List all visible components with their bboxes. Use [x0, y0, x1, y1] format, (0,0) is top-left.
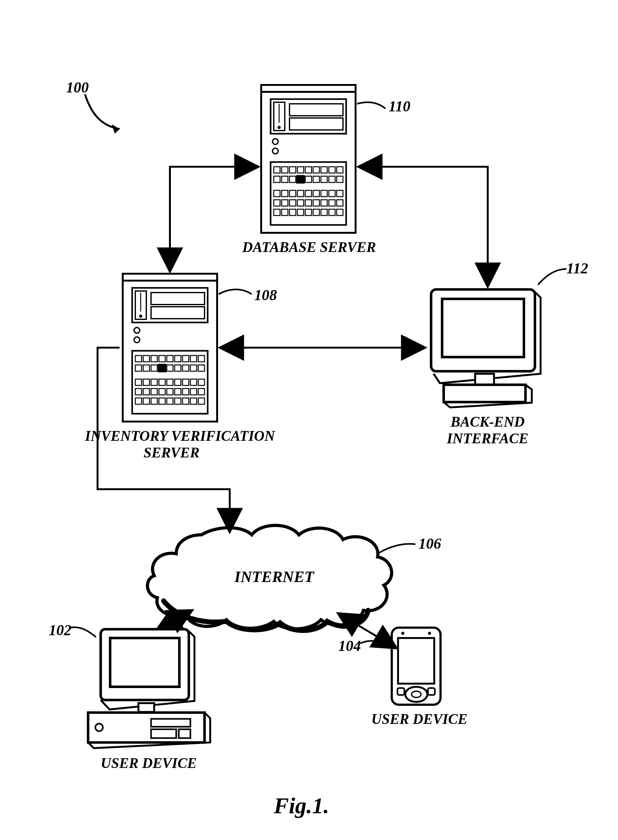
- svg-rect-57: [123, 274, 217, 280]
- label-user-device-pda: USER DEVICE: [371, 711, 468, 728]
- svg-rect-43: [313, 200, 319, 206]
- svg-rect-74: [190, 356, 197, 362]
- svg-rect-51: [305, 209, 312, 215]
- svg-rect-85: [135, 379, 142, 385]
- svg-rect-111: [198, 398, 205, 404]
- svg-rect-82: [190, 365, 197, 371]
- svg-rect-129: [428, 688, 435, 695]
- svg-rect-98: [167, 389, 173, 395]
- svg-rect-1: [261, 85, 355, 92]
- svg-rect-36: [329, 190, 335, 197]
- svg-rect-115: [444, 385, 526, 402]
- svg-rect-62: [151, 292, 205, 304]
- svg-rect-114: [475, 374, 494, 385]
- svg-rect-32: [297, 190, 304, 197]
- ref-102: 102: [49, 621, 71, 639]
- svg-rect-75: [198, 356, 205, 362]
- svg-rect-83: [198, 365, 205, 371]
- svg-rect-99: [175, 389, 181, 395]
- label-user-device-pc: USER DEVICE: [101, 755, 197, 772]
- svg-rect-12: [282, 167, 288, 173]
- svg-rect-110: [190, 398, 197, 404]
- svg-rect-78: [151, 365, 157, 371]
- svg-point-126: [401, 632, 404, 635]
- svg-rect-18: [329, 167, 335, 173]
- svg-rect-13: [290, 167, 296, 173]
- svg-rect-50: [297, 209, 304, 215]
- user-device-pda-icon: [392, 628, 441, 705]
- svg-rect-88: [159, 379, 165, 385]
- svg-rect-68: [143, 356, 150, 362]
- svg-rect-67: [135, 356, 142, 362]
- svg-rect-95: [143, 389, 150, 395]
- svg-rect-120: [151, 719, 190, 727]
- svg-point-131: [412, 691, 421, 698]
- svg-rect-104: [143, 398, 150, 404]
- svg-rect-93: [198, 379, 205, 385]
- svg-rect-39: [282, 200, 288, 206]
- ref-112: 112: [566, 260, 588, 277]
- svg-rect-45: [329, 200, 335, 206]
- label-inventory-server: INVENTORY VERIFICATION SERVER: [85, 428, 258, 461]
- svg-rect-44: [321, 200, 327, 206]
- ref-106: 106: [419, 535, 441, 552]
- svg-rect-125: [398, 638, 434, 684]
- svg-rect-84: [158, 364, 166, 372]
- ref-curve-102: [71, 627, 96, 637]
- svg-rect-79: [167, 365, 173, 371]
- svg-rect-34: [313, 190, 319, 197]
- svg-rect-48: [282, 209, 288, 215]
- svg-rect-33: [305, 190, 312, 197]
- svg-rect-25: [321, 176, 327, 183]
- svg-rect-7: [290, 118, 343, 130]
- ref-100: 100: [66, 79, 89, 96]
- svg-rect-40: [290, 200, 296, 206]
- svg-rect-92: [190, 379, 197, 385]
- svg-rect-102: [198, 389, 205, 395]
- svg-rect-11: [274, 167, 280, 173]
- svg-rect-23: [305, 176, 312, 183]
- svg-rect-52: [313, 209, 319, 215]
- svg-rect-72: [175, 356, 181, 362]
- svg-rect-91: [183, 379, 189, 385]
- svg-rect-96: [151, 389, 157, 395]
- svg-rect-128: [397, 688, 404, 695]
- svg-rect-29: [274, 190, 280, 197]
- svg-rect-97: [159, 389, 165, 395]
- ref-curve-104: [360, 641, 387, 645]
- ref-curve-112: [538, 269, 566, 285]
- figure-caption: Fig.1.: [274, 793, 329, 819]
- svg-rect-26: [329, 176, 335, 183]
- database-server-icon: [261, 85, 355, 233]
- svg-rect-46: [337, 200, 343, 206]
- svg-rect-101: [190, 389, 197, 395]
- svg-rect-42: [305, 200, 312, 206]
- user-device-pc-icon: [88, 629, 210, 748]
- ref-curve-110: [357, 102, 385, 108]
- svg-rect-77: [143, 365, 150, 371]
- svg-rect-90: [175, 379, 181, 385]
- svg-rect-100: [183, 389, 189, 395]
- backend-interface-icon: [431, 289, 541, 407]
- svg-rect-87: [151, 379, 157, 385]
- svg-rect-106: [159, 398, 165, 404]
- svg-rect-109: [183, 398, 189, 404]
- svg-rect-19: [337, 167, 343, 173]
- svg-rect-37: [337, 190, 343, 197]
- svg-rect-70: [159, 356, 165, 362]
- svg-rect-71: [167, 356, 173, 362]
- svg-rect-30: [282, 190, 288, 197]
- svg-rect-17: [321, 167, 327, 173]
- svg-rect-81: [183, 365, 189, 371]
- svg-rect-38: [274, 200, 280, 206]
- svg-rect-24: [313, 176, 319, 183]
- svg-rect-31: [290, 190, 296, 197]
- svg-rect-55: [337, 209, 343, 215]
- label-database-server: DATABASE SERVER: [242, 239, 376, 256]
- svg-rect-6: [290, 104, 343, 116]
- svg-point-61: [139, 315, 142, 318]
- svg-rect-117: [110, 638, 179, 687]
- svg-point-127: [428, 632, 431, 635]
- svg-rect-53: [321, 209, 327, 215]
- svg-point-5: [278, 126, 281, 129]
